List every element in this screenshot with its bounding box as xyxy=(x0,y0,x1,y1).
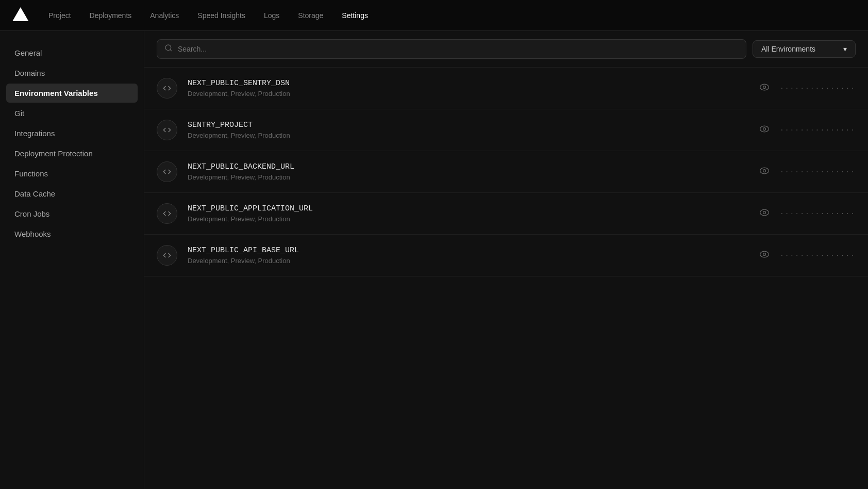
chevron-down-icon: ▾ xyxy=(843,45,847,53)
env-var-name: NEXT_PUBLIC_SENTRY_DSN xyxy=(188,79,747,88)
sidebar: General Domains Environment Variables Gi… xyxy=(0,31,144,489)
svg-point-9 xyxy=(763,211,765,214)
topnav: Project Deployments Analytics Speed Insi… xyxy=(0,0,868,31)
env-info: NEXT_PUBLIC_API_BASE_URL Development, Pr… xyxy=(188,246,747,265)
sidebar-item-git[interactable]: Git xyxy=(6,104,138,123)
masked-value: ··············· xyxy=(780,168,856,176)
nav-analytics[interactable]: Analytics xyxy=(143,8,186,23)
svg-point-5 xyxy=(763,127,765,130)
code-icon xyxy=(157,120,177,140)
sidebar-item-webhooks[interactable]: Webhooks xyxy=(6,224,138,243)
logo[interactable] xyxy=(12,7,29,24)
env-info: SENTRY_PROJECT Development, Preview, Pro… xyxy=(188,121,747,139)
env-dropdown[interactable]: All Environments ▾ xyxy=(753,40,856,58)
env-var-name: NEXT_PUBLIC_APPLICATION_URL xyxy=(188,204,747,213)
env-actions: ··············· xyxy=(757,122,856,139)
nav-speed-insights[interactable]: Speed Insights xyxy=(190,8,253,23)
masked-value: ··············· xyxy=(780,85,856,92)
visibility-toggle[interactable] xyxy=(757,122,772,139)
table-row: SENTRY_PROJECT Development, Preview, Pro… xyxy=(144,109,868,151)
layout: General Domains Environment Variables Gi… xyxy=(0,31,868,489)
env-var-scope: Development, Preview, Production xyxy=(188,257,747,265)
visibility-toggle[interactable] xyxy=(757,247,772,264)
nav-deployments[interactable]: Deployments xyxy=(82,8,139,23)
nav-settings[interactable]: Settings xyxy=(335,8,375,23)
code-icon xyxy=(157,78,177,99)
nav-storage[interactable]: Storage xyxy=(291,8,330,23)
svg-point-7 xyxy=(763,169,765,172)
svg-point-10 xyxy=(760,251,769,257)
env-info: NEXT_PUBLIC_BACKEND_URL Development, Pre… xyxy=(188,162,747,181)
sidebar-item-deployment-protection[interactable]: Deployment Protection xyxy=(6,144,138,163)
nav-project[interactable]: Project xyxy=(41,8,78,23)
visibility-toggle[interactable] xyxy=(757,205,772,222)
svg-point-11 xyxy=(763,253,765,255)
env-var-name: SENTRY_PROJECT xyxy=(188,121,747,129)
nav-logs[interactable]: Logs xyxy=(257,8,287,23)
visibility-toggle[interactable] xyxy=(757,164,772,181)
svg-point-2 xyxy=(760,84,769,90)
env-var-scope: Development, Preview, Production xyxy=(188,173,747,181)
env-var-scope: Development, Preview, Production xyxy=(188,90,747,97)
sidebar-item-functions[interactable]: Functions xyxy=(6,164,138,183)
env-var-scope: Development, Preview, Production xyxy=(188,132,747,139)
svg-point-0 xyxy=(165,45,171,51)
svg-point-3 xyxy=(763,86,765,88)
masked-value: ··············· xyxy=(780,252,856,259)
sidebar-item-env-vars[interactable]: Environment Variables xyxy=(6,84,138,103)
env-actions: ··············· xyxy=(757,247,856,264)
masked-value: ··············· xyxy=(780,210,856,218)
code-icon xyxy=(157,203,177,224)
sidebar-item-data-cache[interactable]: Data Cache xyxy=(6,184,138,203)
search-input[interactable] xyxy=(178,45,739,53)
svg-point-6 xyxy=(760,168,769,174)
svg-line-1 xyxy=(170,50,172,51)
search-area: All Environments ▾ xyxy=(144,31,868,68)
env-actions: ··············· xyxy=(757,80,856,97)
visibility-toggle[interactable] xyxy=(757,80,772,97)
env-var-scope: Development, Preview, Production xyxy=(188,215,747,223)
env-dropdown-label: All Environments xyxy=(761,45,815,53)
table-row: NEXT_PUBLIC_APPLICATION_URL Development,… xyxy=(144,193,868,235)
table-row: NEXT_PUBLIC_API_BASE_URL Development, Pr… xyxy=(144,235,868,276)
masked-value: ··············· xyxy=(780,126,856,134)
env-var-name: NEXT_PUBLIC_API_BASE_URL xyxy=(188,246,747,255)
table-row: NEXT_PUBLIC_SENTRY_DSN Development, Prev… xyxy=(144,68,868,109)
env-info: NEXT_PUBLIC_SENTRY_DSN Development, Prev… xyxy=(188,79,747,97)
env-info: NEXT_PUBLIC_APPLICATION_URL Development,… xyxy=(188,204,747,223)
search-box xyxy=(157,39,746,59)
svg-point-4 xyxy=(760,126,769,132)
code-icon xyxy=(157,245,177,266)
sidebar-item-integrations[interactable]: Integrations xyxy=(6,124,138,143)
search-icon xyxy=(164,44,173,54)
env-var-list: NEXT_PUBLIC_SENTRY_DSN Development, Prev… xyxy=(144,68,868,276)
code-icon xyxy=(157,161,177,182)
env-var-name: NEXT_PUBLIC_BACKEND_URL xyxy=(188,162,747,171)
sidebar-item-cron-jobs[interactable]: Cron Jobs xyxy=(6,204,138,223)
sidebar-item-domains[interactable]: Domains xyxy=(6,63,138,83)
svg-point-8 xyxy=(760,209,769,216)
env-actions: ··············· xyxy=(757,164,856,181)
sidebar-item-general[interactable]: General xyxy=(6,43,138,62)
env-actions: ··············· xyxy=(757,205,856,222)
table-row: NEXT_PUBLIC_BACKEND_URL Development, Pre… xyxy=(144,151,868,193)
main-content: All Environments ▾ NEXT_PUBLIC_SENTRY_DS… xyxy=(144,31,868,489)
